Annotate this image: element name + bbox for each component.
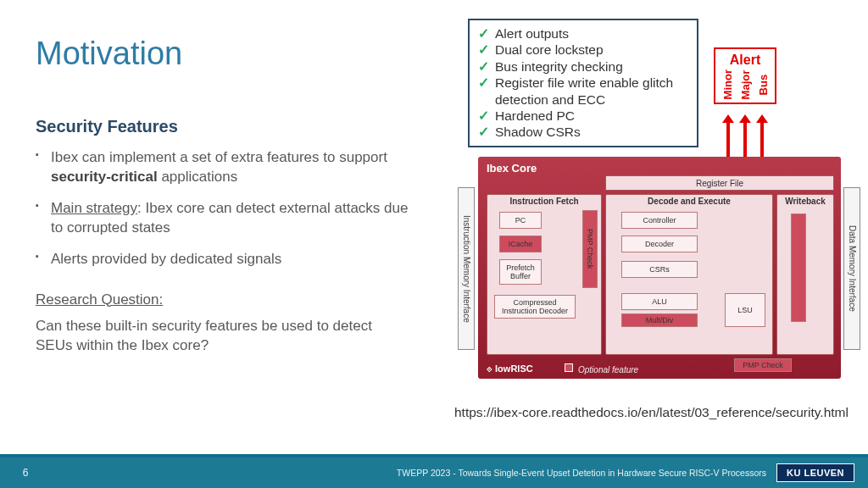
check-item: Alert outputs [476, 25, 688, 42]
alert-arrows [721, 114, 770, 158]
pmp-check-block-2: PMP Check [734, 358, 792, 372]
icache-block: ICache [499, 236, 542, 252]
instruction-memory-interface: Instruction Memory Interface [458, 187, 475, 350]
bullet-1-pre: Ibex can implement a set of extra featur… [51, 149, 387, 165]
check-item: Dual core lockstep [476, 42, 688, 58]
check-item: Bus integrity checking [476, 58, 688, 75]
dmi-label: Data Memory Interface [848, 225, 857, 312]
lsu-block: LSU [725, 293, 765, 327]
footer: 6 TWEPP 2023 - Towards Single-Event Upse… [0, 454, 868, 488]
alert-major: Major [739, 69, 752, 99]
prefetch-block: Prefetch Buffer [499, 259, 542, 285]
legend-swatch [565, 363, 573, 372]
csrs-block: CSRs [621, 261, 698, 278]
check-item: Register file write enable glitch detect… [476, 75, 688, 108]
conference-text: TWEPP 2023 - Towards Single-Event Upset … [51, 468, 776, 479]
bullet-2: Main strategy: Ibex core can detect exte… [36, 199, 409, 238]
decode-execute-stage: Decode and Execute Controller Decoder CS… [605, 194, 773, 355]
bullet-1-post: applications [158, 169, 238, 185]
cid-block: Compressed Instruction Decoder [494, 295, 576, 319]
data-memory-interface: Data Memory Interface [843, 187, 860, 350]
page-title: Motivation [36, 36, 182, 72]
ku-leuven-logo: KU LEUVEN [776, 463, 854, 482]
research-question-heading: Research Question: [36, 291, 409, 308]
check-item: Shadow CSRs [476, 124, 688, 140]
slide: Motivation Security Features Ibex can im… [0, 0, 868, 488]
ibex-core-diagram: Instruction Memory Interface Data Memory… [458, 157, 860, 379]
register-file: Register File [605, 175, 834, 191]
research-question-body: Can these built-in security features be … [36, 317, 409, 356]
arrow-up-icon [739, 114, 751, 157]
page-number: 6 [0, 467, 51, 479]
legend-text: Optional feature [578, 365, 638, 374]
bullet-1: Ibex can implement a set of extra featur… [36, 148, 409, 187]
alert-bus: Bus [757, 69, 770, 99]
decexe-label: Decode and Execute [606, 197, 772, 206]
alu-block: ALU [621, 293, 698, 310]
arrow-up-icon [722, 114, 734, 157]
core-block: Ibex Core Register File Instruction Fetc… [478, 157, 841, 379]
bullet-2-uline: Main strategy [51, 200, 137, 216]
arrow-up-icon [756, 114, 768, 157]
checks-list: Alert outputs Dual core lockstep Bus int… [476, 25, 688, 141]
writeback-stage: Writeback [776, 194, 834, 355]
multdiv-block: Mult/Div [621, 313, 698, 327]
alert-signals: Minor Major Bus [715, 69, 775, 99]
instruction-fetch-stage: Instruction Fetch PC ICache Prefetch Buf… [487, 194, 602, 355]
ifetch-label: Instruction Fetch [487, 197, 601, 206]
footer-body: 6 TWEPP 2023 - Towards Single-Event Upse… [0, 458, 868, 488]
imi-label: Instruction Memory Interface [462, 215, 471, 323]
security-features-heading: Security Features [36, 117, 409, 136]
bullet-3: Alerts provided by dedicated signals [36, 250, 409, 269]
controller-block: Controller [621, 212, 698, 229]
writeback-opt-block [791, 214, 806, 322]
bullet-1-bold: security-critical [51, 169, 158, 185]
core-title: Ibex Core [487, 162, 836, 175]
decoder-block: Decoder [621, 236, 698, 252]
left-column: Security Features Ibex can implement a s… [36, 117, 409, 356]
alert-minor: Minor [721, 69, 734, 99]
alert-box: Alert Minor Major Bus [714, 47, 776, 104]
pmp-check-block: PMP Check [582, 210, 598, 288]
security-checks-box: Alert outputs Dual core lockstep Bus int… [468, 19, 698, 147]
alert-title: Alert [715, 49, 775, 69]
wback-label: Writeback [777, 197, 833, 206]
lowrisc-logo: ⟐ lowRISC [487, 363, 533, 374]
check-item: Hardened PC [476, 108, 688, 124]
reference-url: https://ibex-core.readthedocs.io/en/late… [454, 405, 849, 420]
bullet-list: Ibex can implement a set of extra featur… [36, 148, 409, 269]
bullet-3-text: Alerts provided by dedicated signals [51, 251, 281, 267]
pc-block: PC [499, 212, 542, 229]
